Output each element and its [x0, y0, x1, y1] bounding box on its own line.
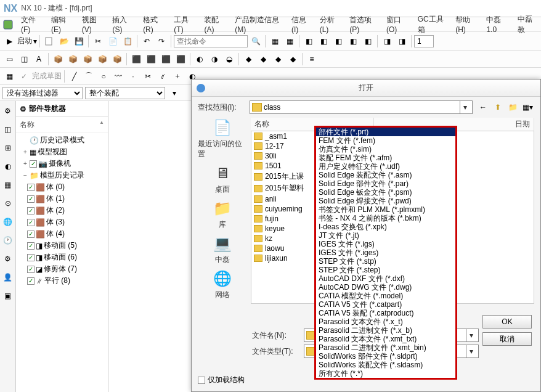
viewmode-icon[interactable]: ▦▾: [521, 100, 534, 114]
tree-history-mode[interactable]: 🕐历史记录模式: [18, 134, 105, 146]
place-libraries[interactable]: 📁库: [211, 198, 234, 230]
nav-column-name[interactable]: 名称: [16, 117, 108, 133]
num-input[interactable]: [414, 35, 434, 47]
tab-reuse[interactable]: ◐: [2, 160, 14, 173]
rect-icon[interactable]: ▭: [2, 52, 16, 66]
filetype-option[interactable]: CATIA 模型文件 (*.model): [316, 292, 455, 300]
undo-icon[interactable]: ↶: [140, 35, 153, 48]
misc4-icon[interactable]: ◆: [286, 52, 299, 66]
point-icon[interactable]: ·: [126, 70, 140, 83]
filetype-option[interactable]: IGES 文件 (*.igs): [316, 240, 455, 248]
box4-icon[interactable]: 📦: [96, 52, 109, 66]
up-icon[interactable]: ⬆: [491, 100, 505, 114]
offset-icon[interactable]: ⫽: [156, 70, 169, 83]
tree-moveface-6[interactable]: ✓◨移动面 (6): [18, 251, 105, 263]
filetype-dropdown[interactable]: 部件文件 (*.prt) FEM 文件 (*.fem) 仿真文件 (*.sim)…: [314, 126, 457, 380]
search-icon[interactable]: 🔍: [249, 35, 262, 48]
chevron-down-icon[interactable]: ▾: [466, 345, 476, 357]
menu-help[interactable]: 帮助(H): [450, 15, 481, 34]
feat1-icon[interactable]: ◐: [193, 52, 206, 66]
filetype-option[interactable]: 书签文件和 PLM XML (*.plmxml): [316, 205, 455, 214]
selection-filter[interactable]: 没有选择过滤器: [2, 87, 83, 99]
chevron-down-icon[interactable]: ▾: [460, 101, 470, 113]
tree-cameras[interactable]: +✓📷摄像机: [18, 158, 105, 169]
open-icon[interactable]: 📂: [57, 35, 71, 48]
filetype-option[interactable]: Parasolid 二进制文件 (*.x_b): [316, 326, 455, 335]
tree-model-views[interactable]: +▦模型视图: [18, 146, 105, 158]
menu-window[interactable]: 窗口(O): [381, 15, 413, 34]
op1-icon[interactable]: ⬛: [129, 52, 143, 66]
filetype-option[interactable]: AutoCAD DWG 文件 (*.dwg): [316, 283, 455, 292]
tree-body-4[interactable]: ✓🟫体 (4): [18, 228, 105, 240]
start-label[interactable]: 启动: [17, 36, 32, 46]
circle-icon[interactable]: ○: [97, 70, 110, 83]
filetype-option[interactable]: I-deas 交换包 (*.xpk): [316, 223, 455, 231]
menu-file[interactable]: 文件(F): [16, 15, 46, 34]
filetype-option[interactable]: Solid Edge 焊接文件 (*.pwd): [316, 197, 455, 205]
sk1-icon[interactable]: ▦: [2, 70, 16, 83]
op4-icon[interactable]: ⬛: [174, 52, 187, 66]
menu-view[interactable]: 视图(V): [77, 15, 108, 34]
text-icon[interactable]: A: [32, 52, 46, 66]
menu-tools[interactable]: 工具(T): [169, 15, 199, 34]
menu-zl2[interactable]: 中磊教: [513, 14, 541, 35]
start-dropdown[interactable]: ▶: [2, 35, 16, 48]
menu-edit[interactable]: 编辑(E): [46, 15, 77, 34]
feat3-icon[interactable]: ◒: [222, 52, 236, 66]
tab-history[interactable]: 🕐: [2, 234, 14, 247]
cube4-icon[interactable]: ◧: [346, 35, 360, 48]
grid1-icon[interactable]: ▦: [268, 35, 282, 48]
tab-roles[interactable]: 👤: [2, 271, 14, 284]
lookin-combo[interactable]: class ▾: [250, 100, 473, 114]
cube2-icon[interactable]: ◧: [317, 35, 330, 48]
menu-analysis[interactable]: 分析(L): [315, 15, 345, 34]
save-icon[interactable]: 💾: [72, 35, 86, 48]
menu-info[interactable]: 信息(I): [287, 15, 315, 34]
tab-assembly[interactable]: ◫: [2, 123, 14, 136]
tree-body-1[interactable]: ✓🟫体 (1): [18, 193, 105, 205]
tree-body-2[interactable]: ✓🟫体 (2): [18, 205, 105, 216]
box3-icon[interactable]: 📦: [81, 52, 94, 66]
filetype-option[interactable]: Solid Edge 钣金文件 (*.psm): [316, 188, 455, 197]
filetype-option[interactable]: CATIA V5 装配 (*.catproduct): [316, 309, 455, 317]
spline-icon[interactable]: 〰: [112, 70, 125, 83]
filetype-option[interactable]: STEP 文件 (*.step): [316, 266, 455, 274]
menu-zl1[interactable]: 中磊1.0: [481, 15, 512, 34]
filetype-option[interactable]: 仿真文件 (*.sim): [316, 145, 455, 153]
ok-button[interactable]: OK: [482, 315, 532, 329]
tree-body-3[interactable]: ✓🟫体 (3): [18, 216, 105, 228]
filetype-option[interactable]: STEP 文件 (*.stp): [316, 257, 455, 266]
filetype-option-selected[interactable]: 部件文件 (*.prt): [316, 128, 455, 136]
filetype-option[interactable]: CATIA V5 文件 (*.catpart): [316, 300, 455, 309]
load-structure-checkbox[interactable]: [198, 377, 205, 384]
tab-constraint[interactable]: ⊞: [2, 142, 14, 154]
op3-icon[interactable]: ⬛: [159, 52, 173, 66]
place-network[interactable]: 🌐网络: [211, 269, 234, 300]
tab-hd3d[interactable]: ⊙: [2, 197, 14, 210]
tree-parallel-8[interactable]: ✓⫽平行 (8): [18, 275, 105, 287]
chevron-down-icon[interactable]: ▾: [466, 329, 476, 341]
newfolder-icon[interactable]: 📁: [506, 100, 519, 114]
tree-trim-7[interactable]: ✓◪修剪体 (7): [18, 263, 105, 275]
menu-assembly[interactable]: 装配(A): [199, 15, 230, 34]
filetype-option[interactable]: JT 文件 (*.jt): [316, 231, 455, 240]
plus-icon[interactable]: ＋: [171, 70, 184, 83]
selection-scope[interactable]: 整个装配: [85, 87, 165, 99]
filetype-option[interactable]: 用户定义特征文件 (*.udf): [316, 162, 455, 171]
box2-icon[interactable]: 📦: [66, 52, 79, 66]
new-icon[interactable]: [43, 35, 56, 48]
grid2-icon[interactable]: ▦: [283, 35, 296, 48]
redo-icon[interactable]: ↷: [155, 35, 168, 48]
filetype-option[interactable]: Solid Edge 装配文件 (*.asm): [316, 171, 455, 179]
tab-browser[interactable]: 🌐: [2, 216, 14, 228]
menu-gc[interactable]: GC工具箱: [413, 14, 450, 35]
place-computer[interactable]: 💻中磊: [211, 234, 234, 265]
filetype-option[interactable]: SolidWorks 部件文件 (*.sldprt): [316, 352, 455, 361]
tab-system[interactable]: ⚙: [2, 253, 14, 265]
place-recent[interactable]: 📄最近访问的位置: [198, 118, 247, 160]
copy-icon[interactable]: 📄: [106, 35, 120, 48]
sk2-icon[interactable]: ✓: [17, 70, 31, 83]
cube1-icon[interactable]: ◧: [302, 35, 315, 48]
paste-icon[interactable]: 📋: [121, 35, 134, 48]
trim-icon[interactable]: ✂: [141, 70, 155, 83]
